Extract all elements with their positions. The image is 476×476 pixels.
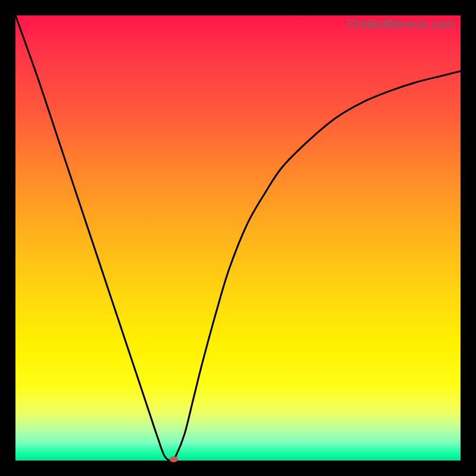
chart-frame: TheBottleneck.com <box>0 0 476 476</box>
plot-area: TheBottleneck.com <box>15 15 461 461</box>
curve-svg <box>15 15 461 461</box>
bottleneck-curve <box>15 15 461 461</box>
optimal-point-marker <box>170 456 178 462</box>
